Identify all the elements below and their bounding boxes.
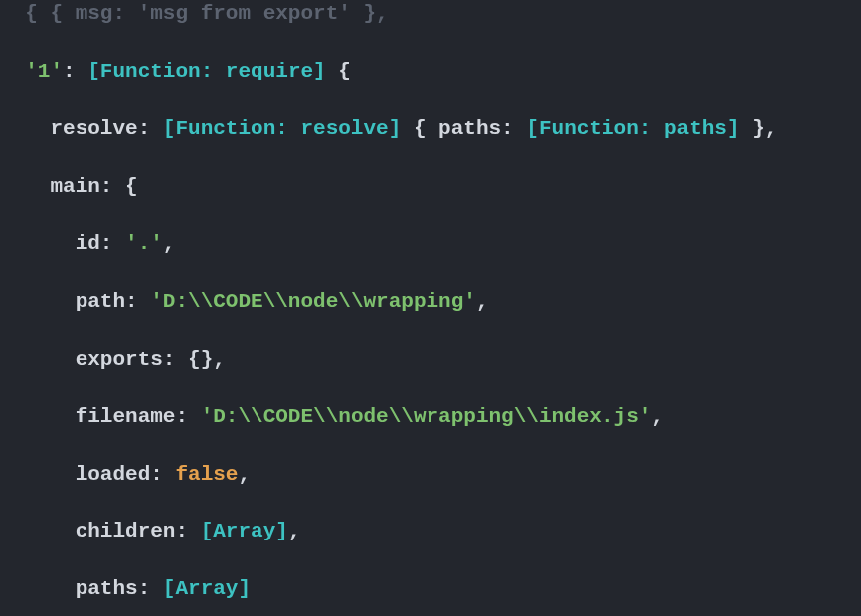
line-key1: '1': [Function: require] {: [0, 58, 861, 86]
code-block: { { msg: 'msg from export' }, '1': [Func…: [0, 0, 861, 616]
line-main-open: main: {: [0, 173, 861, 202]
function-resolve: [Function: resolve]: [163, 117, 401, 140]
string-value: '.': [125, 232, 163, 255]
line-main-paths: paths: [Array]: [0, 575, 861, 604]
line-truncated: { { msg: 'msg from export' },: [0, 0, 861, 29]
array-value: [Array]: [163, 577, 251, 600]
line-main-exports: exports: {},: [0, 346, 861, 375]
string-value: 'D:\\CODE\\node\\wrapping': [150, 290, 476, 313]
line-main-path: path: 'D:\\CODE\\node\\wrapping',: [0, 288, 861, 317]
object-key: '1': [25, 60, 63, 82]
line-main-loaded: loaded: false,: [0, 461, 861, 490]
line-main-filename: filename: 'D:\\CODE\\node\\wrapping\\ind…: [0, 403, 861, 432]
string-value: 'D:\\CODE\\node\\wrapping\\index.js': [201, 405, 652, 428]
boolean-value: false: [175, 463, 238, 486]
truncated-prev: {: [0, 2, 50, 25]
line-resolve: resolve: [Function: resolve] { paths: [F…: [0, 115, 861, 144]
function-paths: [Function: paths]: [526, 117, 739, 140]
array-value: [Array]: [201, 520, 288, 542]
line-main-id: id: '.',: [0, 231, 861, 259]
line-main-children: children: [Array],: [0, 518, 861, 546]
function-require: [Function: require]: [87, 60, 325, 82]
